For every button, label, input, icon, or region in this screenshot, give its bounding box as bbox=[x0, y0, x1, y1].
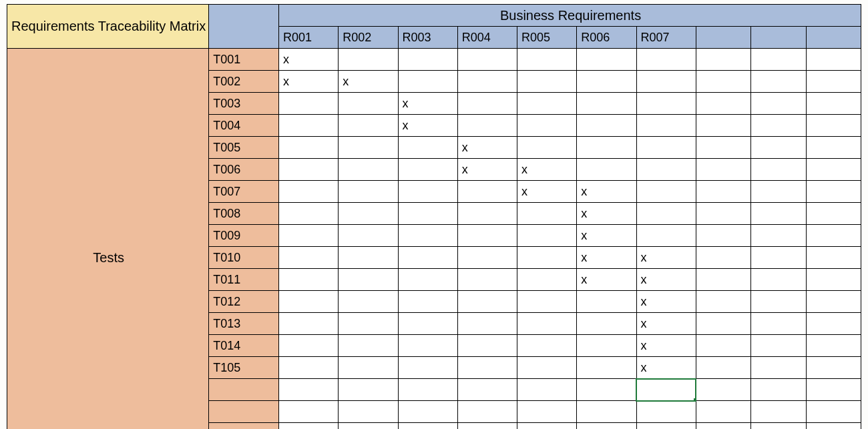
matrix-cell[interactable] bbox=[751, 137, 806, 159]
test-header-blank[interactable] bbox=[209, 379, 279, 401]
matrix-cell[interactable] bbox=[398, 379, 457, 401]
matrix-cell[interactable] bbox=[636, 401, 696, 423]
test-header-blank[interactable] bbox=[209, 401, 279, 423]
matrix-cell[interactable] bbox=[339, 247, 398, 269]
matrix-cell[interactable] bbox=[398, 159, 457, 181]
test-header-T001[interactable]: T001 bbox=[209, 49, 279, 71]
matrix-cell[interactable] bbox=[457, 379, 517, 401]
matrix-cell[interactable] bbox=[696, 379, 750, 401]
matrix-cell[interactable] bbox=[457, 49, 517, 71]
matrix-cell[interactable] bbox=[398, 181, 457, 203]
matrix-cell[interactable] bbox=[636, 181, 696, 203]
matrix-cell[interactable] bbox=[751, 291, 806, 313]
matrix-cell[interactable] bbox=[696, 159, 750, 181]
matrix-cell[interactable]: x bbox=[636, 313, 696, 335]
matrix-cell[interactable]: x bbox=[577, 269, 636, 291]
matrix-cell[interactable]: x bbox=[636, 291, 696, 313]
matrix-cell[interactable] bbox=[751, 247, 806, 269]
req-header-R005[interactable]: R005 bbox=[517, 27, 577, 49]
matrix-cell[interactable] bbox=[457, 93, 517, 115]
matrix-cell[interactable] bbox=[279, 269, 339, 291]
matrix-cell[interactable]: x bbox=[636, 357, 696, 379]
matrix-cell[interactable] bbox=[696, 225, 750, 247]
matrix-cell[interactable] bbox=[517, 269, 577, 291]
matrix-cell[interactable] bbox=[751, 423, 806, 430]
matrix-cell[interactable] bbox=[457, 291, 517, 313]
matrix-cell[interactable] bbox=[806, 423, 861, 430]
matrix-cell[interactable] bbox=[339, 313, 398, 335]
matrix-cell[interactable] bbox=[696, 247, 750, 269]
matrix-cell[interactable] bbox=[279, 401, 339, 423]
matrix-cell[interactable] bbox=[457, 401, 517, 423]
matrix-cell[interactable] bbox=[457, 313, 517, 335]
matrix-cell[interactable]: x bbox=[636, 269, 696, 291]
test-header-T004[interactable]: T004 bbox=[209, 115, 279, 137]
matrix-cell[interactable] bbox=[696, 115, 750, 137]
matrix-cell[interactable] bbox=[339, 159, 398, 181]
matrix-cell[interactable] bbox=[279, 115, 339, 137]
matrix-cell[interactable]: x bbox=[339, 71, 398, 93]
matrix-cell[interactable] bbox=[577, 379, 636, 401]
matrix-cell[interactable] bbox=[517, 379, 577, 401]
matrix-cell[interactable] bbox=[806, 313, 861, 335]
matrix-cell[interactable] bbox=[636, 423, 696, 430]
matrix-cell[interactable] bbox=[806, 71, 861, 93]
matrix-cell[interactable] bbox=[517, 401, 577, 423]
matrix-cell[interactable] bbox=[339, 291, 398, 313]
matrix-cell[interactable]: x bbox=[577, 225, 636, 247]
matrix-cell[interactable] bbox=[398, 423, 457, 430]
matrix-cell[interactable] bbox=[806, 269, 861, 291]
matrix-cell[interactable] bbox=[517, 291, 577, 313]
matrix-cell[interactable] bbox=[806, 335, 861, 357]
matrix-cell[interactable] bbox=[457, 203, 517, 225]
matrix-cell[interactable]: x bbox=[517, 181, 577, 203]
matrix-cell[interactable] bbox=[577, 159, 636, 181]
matrix-cell[interactable] bbox=[279, 335, 339, 357]
test-header-T002[interactable]: T002 bbox=[209, 71, 279, 93]
matrix-cell[interactable] bbox=[806, 49, 861, 71]
req-header-blank[interactable] bbox=[751, 27, 806, 49]
matrix-cell[interactable] bbox=[339, 181, 398, 203]
matrix-cell[interactable] bbox=[577, 115, 636, 137]
matrix-cell[interactable]: x bbox=[577, 203, 636, 225]
matrix-cell[interactable] bbox=[577, 335, 636, 357]
matrix-cell[interactable] bbox=[751, 71, 806, 93]
matrix-cell[interactable] bbox=[636, 137, 696, 159]
matrix-cell[interactable]: x bbox=[517, 159, 577, 181]
matrix-cell[interactable]: x bbox=[577, 247, 636, 269]
matrix-cell[interactable] bbox=[636, 49, 696, 71]
matrix-cell[interactable] bbox=[339, 203, 398, 225]
matrix-cell[interactable] bbox=[279, 203, 339, 225]
matrix-cell[interactable] bbox=[636, 379, 696, 401]
matrix-cell[interactable] bbox=[517, 247, 577, 269]
matrix-cell[interactable] bbox=[279, 379, 339, 401]
matrix-cell[interactable] bbox=[696, 401, 750, 423]
matrix-cell[interactable] bbox=[751, 269, 806, 291]
matrix-cell[interactable] bbox=[279, 357, 339, 379]
matrix-cell[interactable] bbox=[751, 225, 806, 247]
req-header-R003[interactable]: R003 bbox=[398, 27, 457, 49]
matrix-cell[interactable] bbox=[751, 93, 806, 115]
matrix-cell[interactable] bbox=[517, 137, 577, 159]
matrix-cell[interactable] bbox=[398, 71, 457, 93]
test-header-T014[interactable]: T014 bbox=[209, 335, 279, 357]
matrix-cell[interactable] bbox=[398, 137, 457, 159]
matrix-cell[interactable] bbox=[636, 93, 696, 115]
test-header-blank[interactable] bbox=[209, 423, 279, 430]
matrix-cell[interactable] bbox=[398, 269, 457, 291]
test-header-T005[interactable]: T005 bbox=[209, 137, 279, 159]
matrix-cell[interactable] bbox=[457, 269, 517, 291]
test-header-T008[interactable]: T008 bbox=[209, 203, 279, 225]
matrix-cell[interactable] bbox=[398, 401, 457, 423]
matrix-cell[interactable] bbox=[696, 357, 750, 379]
matrix-cell[interactable] bbox=[457, 181, 517, 203]
matrix-cell[interactable] bbox=[339, 137, 398, 159]
matrix-cell[interactable] bbox=[398, 335, 457, 357]
matrix-cell[interactable] bbox=[696, 49, 750, 71]
matrix-cell[interactable]: x bbox=[577, 181, 636, 203]
matrix-cell[interactable] bbox=[696, 137, 750, 159]
matrix-cell[interactable] bbox=[517, 313, 577, 335]
matrix-cell[interactable] bbox=[577, 313, 636, 335]
matrix-cell[interactable] bbox=[517, 203, 577, 225]
test-header-T013[interactable]: T013 bbox=[209, 313, 279, 335]
